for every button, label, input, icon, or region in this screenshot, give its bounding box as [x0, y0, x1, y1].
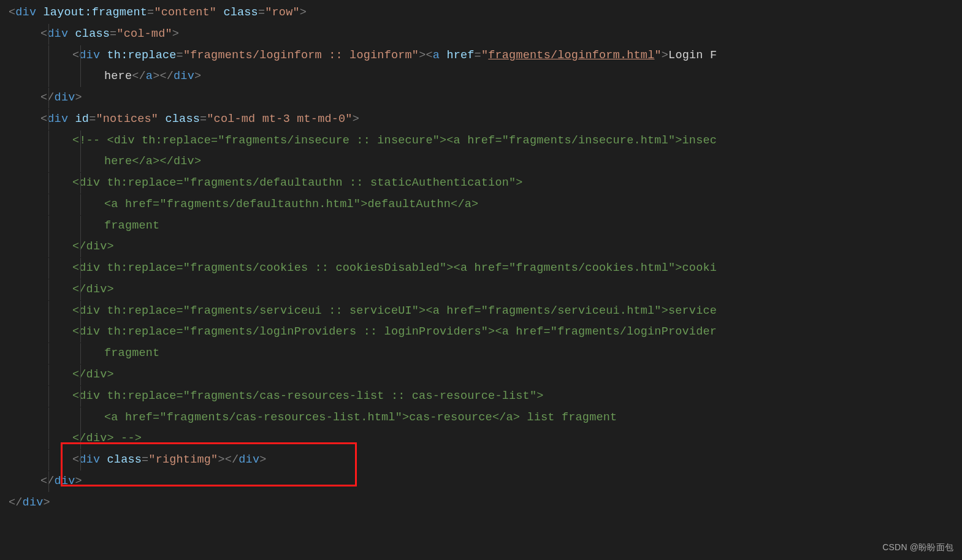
- indent-guide: [80, 151, 81, 172]
- token-a: class: [75, 28, 110, 40]
- token-s: "fragments/loginform :: loginform": [183, 49, 419, 62]
- token-p: <: [72, 453, 79, 466]
- code-line[interactable]: here</a></div>: [9, 151, 962, 173]
- indent-guide: [48, 66, 49, 87]
- code-line[interactable]: <div id="notices" class="col-md mt-3 mt-…: [9, 109, 962, 131]
- token-t: div: [79, 453, 100, 466]
- token-a: th:replace: [107, 49, 177, 62]
- indent-guide: [80, 365, 81, 385]
- token-c: </div>: [72, 283, 114, 296]
- indent-guide: [48, 450, 49, 471]
- code-editor[interactable]: <div layout:fragment="content" class="ro…: [0, 0, 962, 513]
- indent-guide: [80, 66, 81, 87]
- indent-guide: [80, 236, 81, 257]
- code-line[interactable]: fragment: [9, 216, 962, 237]
- code-line[interactable]: </div>: [9, 493, 962, 514]
- token-s: "rightimg": [148, 453, 218, 466]
- token-t: div: [55, 475, 75, 488]
- token-t: div: [47, 28, 68, 40]
- code-line[interactable]: <div layout:fragment="content" class="ro…: [9, 2, 962, 24]
- indent-guide: [80, 45, 81, 66]
- token-a: href: [446, 49, 474, 62]
- token-p: >: [75, 475, 82, 488]
- code-line[interactable]: <div th:replace="fragments/cas-resources…: [9, 386, 962, 407]
- indent-guide: [48, 365, 49, 385]
- token-p: =: [142, 453, 148, 466]
- code-line[interactable]: <div class="col-md">: [9, 24, 962, 45]
- token-s: "notices": [96, 113, 158, 126]
- token-p: >: [44, 496, 50, 509]
- indent-guide: [48, 131, 49, 151]
- token-a: id: [75, 113, 90, 126]
- code-line[interactable]: <!-- <div th:replace="fragments/insecure…: [9, 131, 962, 152]
- code-line[interactable]: </div>: [9, 365, 962, 386]
- token-t: a: [433, 49, 440, 62]
- token-t: a: [146, 70, 153, 83]
- code-line[interactable]: </div>: [9, 471, 962, 493]
- indent-guide: [48, 109, 49, 130]
- indent-guide: [80, 173, 81, 194]
- token-p: =: [258, 6, 265, 19]
- token-s: "col-md": [116, 28, 172, 40]
- code-line[interactable]: <div th:replace="fragments/serviceui :: …: [9, 301, 962, 322]
- indent-guide: [48, 236, 49, 257]
- token-s: "row": [265, 6, 300, 19]
- indent-guide: [80, 131, 81, 151]
- token-s: "col-md mt-3 mt-md-0": [207, 113, 352, 126]
- token-tx: [440, 49, 446, 62]
- token-c: <a href="fragments/defaultauthn.html">de…: [104, 198, 478, 211]
- token-p: =: [89, 113, 96, 126]
- token-p: <: [72, 49, 79, 62]
- code-line[interactable]: <div th:replace="fragments/defaultauthn …: [9, 173, 962, 194]
- token-c: </div>: [72, 240, 114, 253]
- token-tx: [100, 453, 107, 466]
- token-p: =: [200, 113, 207, 126]
- indent-guide: [48, 88, 49, 108]
- code-line[interactable]: fragment: [9, 343, 962, 365]
- indent-guide: [48, 343, 49, 364]
- code-line[interactable]: </div>: [9, 236, 962, 258]
- indent-guide: [48, 258, 49, 279]
- code-line[interactable]: <div class="rightimg"></div>: [9, 450, 962, 471]
- token-p: >: [300, 6, 307, 19]
- token-c: <div th:replace="fragments/defaultauthn …: [72, 176, 523, 189]
- token-t: div: [23, 496, 44, 509]
- token-p: =: [110, 28, 116, 40]
- token-u: fragments/loginform.html: [488, 49, 654, 62]
- token-p: >: [353, 113, 359, 126]
- token-p: ></: [218, 453, 239, 466]
- code-line[interactable]: <div th:replace="fragments/cookies :: co…: [9, 258, 962, 279]
- token-tx: [216, 6, 223, 19]
- token-a: class: [107, 453, 142, 466]
- indent-guide: [48, 24, 49, 45]
- code-line[interactable]: </div>: [9, 88, 962, 109]
- token-tx: here: [104, 70, 132, 83]
- indent-guide: [80, 258, 81, 279]
- token-tx: [100, 49, 107, 62]
- indent-guide: [48, 194, 49, 215]
- token-t: div: [79, 49, 100, 62]
- token-p: ></: [153, 70, 174, 83]
- code-line[interactable]: <a href="fragments/cas-resources-list.ht…: [9, 407, 962, 429]
- token-p: </: [132, 70, 146, 83]
- indent-guide: [80, 450, 81, 471]
- token-c: fragment: [104, 219, 159, 232]
- token-p: =: [177, 49, 183, 62]
- code-line[interactable]: here</a></div>: [9, 66, 962, 88]
- code-line[interactable]: <div th:replace="fragments/loginProvider…: [9, 322, 962, 343]
- code-line[interactable]: </div>: [9, 279, 962, 301]
- code-line[interactable]: <a href="fragments/defaultauthn.html">de…: [9, 194, 962, 216]
- indent-guide: [80, 428, 81, 449]
- token-p: <: [40, 28, 47, 40]
- token-p: >: [75, 91, 82, 104]
- token-s: "content": [154, 6, 216, 19]
- token-tx: Login F: [668, 49, 717, 62]
- indent-guide: [48, 428, 49, 449]
- token-c: <div th:replace="fragments/cas-resources…: [72, 390, 544, 403]
- token-t: div: [55, 91, 75, 104]
- token-tx: [68, 113, 75, 126]
- code-line[interactable]: </div> -->: [9, 428, 962, 450]
- code-line[interactable]: <div th:replace="fragments/loginform :: …: [9, 45, 962, 67]
- token-p: >: [194, 70, 201, 83]
- token-tx: [158, 113, 165, 126]
